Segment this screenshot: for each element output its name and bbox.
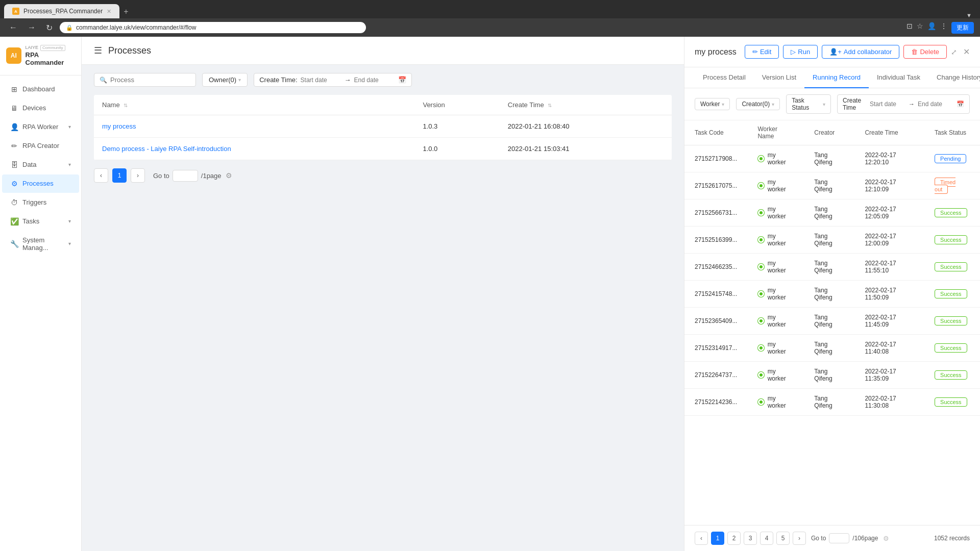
time-sort-icon[interactable]: ⇅ [548, 103, 552, 108]
url-bar[interactable]: 🔒 commander.laiye.uk/view/commander/#/fl… [60, 22, 366, 33]
back-btn[interactable]: ← [6, 22, 20, 33]
list-item[interactable]: 27152566731... my worker Tang Qifeng 202… [684, 199, 980, 227]
expand-icon[interactable]: ⤢ [951, 48, 957, 56]
panel-actions: ✏ Edit ▷ Run 👤+ Add collaborator 🗑 Delet… [745, 45, 970, 59]
record-creator: Tang Qifeng [804, 199, 854, 227]
list-item[interactable]: 27152717908... my worker Tang Qifeng 202… [684, 145, 980, 172]
edit-button[interactable]: ✏ Edit [745, 45, 779, 59]
record-worker-name: my worker [747, 145, 804, 172]
start-date-input[interactable] [301, 77, 341, 84]
sidebar-item-rpa-creator[interactable]: ✏ RPA Creator [2, 137, 79, 155]
table-row[interactable]: my process 1.0.3 2022-01-21 16:08:40 [94, 115, 672, 138]
search-icon: 🔍 [100, 77, 107, 84]
record-start-date[interactable] [870, 101, 905, 108]
run-button[interactable]: ▷ Run [783, 45, 818, 59]
record-table-settings-icon[interactable]: ⚙ [883, 535, 889, 542]
list-item[interactable]: 27152617075... my worker Tang Qifeng 202… [684, 172, 980, 199]
menu-icon[interactable]: ⋮ [940, 22, 947, 34]
new-tab-btn[interactable]: + [119, 5, 132, 18]
list-item[interactable]: 27152466235... my worker Tang Qifeng 202… [684, 254, 980, 281]
panel-page-3[interactable]: 3 [744, 532, 757, 545]
tab-process-detail[interactable]: Process Detail [695, 67, 754, 88]
search-input-wrapper[interactable]: 🔍 [94, 73, 196, 87]
panel-page-2[interactable]: 2 [727, 532, 741, 545]
record-create-time: 2022-02-17 11:55:10 [854, 254, 924, 281]
worker-status-icon [757, 236, 764, 243]
list-item[interactable]: 27152365409... my worker Tang Qifeng 202… [684, 308, 980, 335]
tab-individual-task[interactable]: Individual Task [869, 67, 928, 88]
hamburger-icon[interactable]: ☰ [94, 45, 102, 56]
table-row[interactable]: Demo process - Laiye RPA Self-introducti… [94, 138, 672, 160]
record-worker-name: my worker [747, 308, 804, 335]
list-item[interactable]: 27152314917... my worker Tang Qifeng 202… [684, 335, 980, 362]
rpa-creator-icon: ✏ [10, 142, 18, 150]
panel-page-5[interactable]: 5 [776, 532, 790, 545]
window-controls: ▼ [966, 12, 976, 18]
worker-filter[interactable]: Worker ▾ [695, 98, 730, 110]
sidebar-item-dashboard[interactable]: ⊞ Dashboard [2, 80, 79, 98]
record-creator: Tang Qifeng [804, 362, 854, 389]
record-worker-name: my worker [747, 254, 804, 281]
prev-page-btn[interactable]: ‹ [94, 168, 108, 183]
record-creator: Tang Qifeng [804, 227, 854, 254]
panel-page-1[interactable]: 1 [711, 532, 724, 545]
owner-filter[interactable]: Owner(0) ▾ [202, 73, 248, 87]
add-collaborator-button[interactable]: 👤+ Add collaborator [822, 45, 899, 59]
record-task-status: Timed out [924, 172, 980, 199]
panel-page-4[interactable]: 4 [760, 532, 773, 545]
record-filter-bar: Worker ▾ Creator(0) ▾ Task Status ▾ Crea… [684, 88, 980, 120]
creator-filter[interactable]: Creator(0) ▾ [736, 98, 780, 110]
list-item[interactable]: 27152264737... my worker Tang Qifeng 202… [684, 362, 980, 389]
next-page-btn[interactable]: › [131, 168, 145, 183]
page-title: Processes [108, 45, 151, 56]
close-icon[interactable]: ✕ [963, 47, 970, 57]
task-status-filter[interactable]: Task Status ▾ [786, 94, 831, 114]
list-item[interactable]: 27152516399... my worker Tang Qifeng 202… [684, 227, 980, 254]
process-list-area: 🔍 Owner(0) ▾ Create Time: → 📅 [82, 65, 684, 551]
record-create-time: 2022-02-17 11:40:08 [854, 335, 924, 362]
sidebar-item-system-manage[interactable]: 🔧 System Manag... ▾ [2, 231, 79, 257]
list-item[interactable]: 27152415748... my worker Tang Qifeng 202… [684, 281, 980, 308]
end-date-input[interactable] [354, 77, 395, 84]
sidebar-item-triggers[interactable]: ⏱ Triggers [2, 193, 79, 212]
record-create-time: 2022-02-17 11:30:08 [854, 389, 924, 416]
user-icon[interactable]: 👤 [927, 22, 936, 34]
process-version: 1.0.3 [414, 115, 499, 138]
forward-btn[interactable]: → [24, 22, 39, 33]
tab-version-list[interactable]: Version List [754, 67, 804, 88]
record-create-time: 2022-02-17 11:35:09 [854, 362, 924, 389]
sidebar-item-devices[interactable]: 🖥 Devices [2, 99, 79, 117]
tab-running-record[interactable]: Running Record [804, 67, 869, 88]
th-task-status: Task Status [924, 120, 980, 145]
sidebar-item-rpa-worker[interactable]: 👤 RPA Worker ▾ [2, 118, 79, 136]
active-tab[interactable]: A Processes_RPA Commander ✕ [4, 4, 119, 18]
record-task-code: 27152617075... [684, 172, 747, 199]
search-input[interactable] [110, 76, 190, 84]
th-creator: Creator [804, 120, 854, 145]
record-creator: Tang Qifeng [804, 389, 854, 416]
sidebar-item-processes[interactable]: ⚙ Processes [2, 174, 79, 193]
sidebar-item-tasks[interactable]: ✅ Tasks ▾ [2, 212, 79, 231]
panel-go-to-input[interactable] [829, 533, 849, 543]
total-records: 1052 records [934, 535, 970, 542]
tab-close-btn[interactable]: ✕ [107, 8, 111, 15]
panel-prev-btn[interactable]: ‹ [695, 532, 708, 545]
cast-icon[interactable]: ⊡ [906, 22, 913, 34]
bookmark-icon[interactable]: ☆ [917, 22, 923, 34]
table-settings-icon[interactable]: ⚙ [226, 171, 232, 180]
reload-btn[interactable]: ↻ [43, 22, 56, 34]
list-item[interactable]: 27152214236... my worker Tang Qifeng 202… [684, 389, 980, 416]
tab-change-history[interactable]: Change History [928, 67, 980, 88]
update-btn[interactable]: 更新 [951, 22, 974, 34]
sidebar-item-data[interactable]: 🗄 Data ▾ [2, 156, 79, 174]
logo-community: Community [40, 45, 65, 51]
go-to-input[interactable] [173, 170, 198, 182]
name-sort-icon[interactable]: ⇅ [124, 103, 128, 108]
page-1-btn[interactable]: 1 [112, 168, 127, 183]
record-create-time: 2022-02-17 12:10:09 [854, 172, 924, 199]
panel-next-btn[interactable]: › [793, 532, 806, 545]
delete-button[interactable]: 🗑 Delete [903, 45, 947, 59]
record-worker-name: my worker [747, 362, 804, 389]
record-end-date[interactable] [918, 101, 953, 108]
sidebar-logo: AI LAIYE Community RPA Commander [0, 37, 81, 76]
